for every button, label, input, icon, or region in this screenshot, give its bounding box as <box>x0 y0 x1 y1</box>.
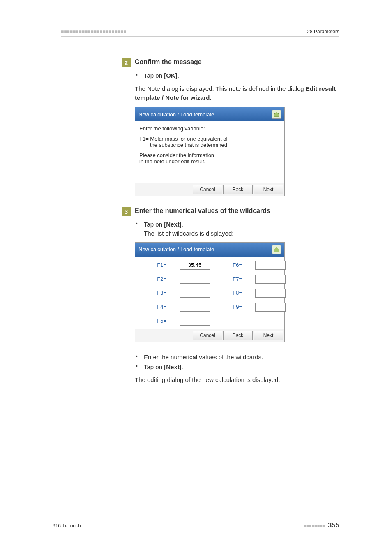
f3-input[interactable] <box>180 289 210 298</box>
home-icon <box>272 245 281 254</box>
home-icon <box>272 110 281 119</box>
dialog-wildcards-screenshot: New calculation / Load template F1= F6= … <box>135 242 285 342</box>
f3-label: F3= <box>146 290 168 296</box>
header-chapter: 28 Parameters <box>307 29 339 35</box>
f6-label: F6= <box>221 262 244 268</box>
f2-input[interactable] <box>180 275 210 284</box>
f5-input[interactable] <box>180 317 210 326</box>
step-2-bullet: Tap on [OK]. <box>135 71 339 80</box>
dialog-note-screenshot: New calculation / Load template Enter th… <box>135 107 285 196</box>
dialog-title-text: New calculation / Load template <box>138 111 214 118</box>
dlg-line2: F1= Molar mass for one equivalent of the… <box>139 136 280 148</box>
footer-page-number: 355 <box>328 521 339 530</box>
f2-label: F2= <box>146 276 168 282</box>
step-3-subline: The list of wildcards is displayed: <box>144 230 233 237</box>
step-2-paragraph: The Note dialog is displayed. This note … <box>135 84 339 102</box>
dialog-button-row: Cancel Back Next <box>135 183 284 196</box>
wildcard-grid: F1= F6= F2= F7= F3= F8= F4= F9= F5= <box>135 257 284 329</box>
f7-label: F7= <box>221 276 244 282</box>
step-2-number: 2 <box>122 58 131 67</box>
f4-label: F4= <box>146 304 168 310</box>
f9-label: F9= <box>221 304 244 310</box>
f8-label: F8= <box>221 290 244 296</box>
next-button[interactable]: Next <box>254 185 283 194</box>
step-2-header: 2 Confirm the message <box>122 58 339 67</box>
step-3-number: 3 <box>122 207 131 216</box>
page-footer: 916 Ti-Touch ■■■■■■■■ 355 <box>53 521 339 530</box>
step-3-header: 3 Enter the numerical values of the wild… <box>122 207 339 216</box>
page-header: ■■■■■■■■■■■■■■■■■■■■■■ 28 Parameters <box>61 29 339 37</box>
dialog-body: Enter the following variable: F1= Molar … <box>135 121 284 183</box>
f6-input[interactable] <box>255 261 286 270</box>
f1-label: F1= <box>146 262 168 268</box>
cancel-button[interactable]: Cancel <box>193 185 222 194</box>
f7-input[interactable] <box>255 275 286 284</box>
dialog2-button-row: Cancel Back Next <box>135 329 284 342</box>
post-paragraph: The editing dialog of the new calculatio… <box>135 375 339 384</box>
f1-input[interactable] <box>180 261 210 270</box>
next-button[interactable]: Next <box>254 331 283 340</box>
post-bullet-2: Tap on [Next]. <box>135 363 339 372</box>
f5-label: F5= <box>146 318 168 324</box>
f4-input[interactable] <box>180 303 210 312</box>
back-button[interactable]: Back <box>223 185 253 194</box>
header-marker-left: ■■■■■■■■■■■■■■■■■■■■■■ <box>61 29 126 35</box>
f8-input[interactable] <box>255 289 286 298</box>
step-3-title: Enter the numerical values of the wildca… <box>135 207 270 215</box>
dlg-line3: Please consider the information in the n… <box>139 152 280 164</box>
dialog-title-bar: New calculation / Load template <box>135 107 284 121</box>
dialog2-title-text: New calculation / Load template <box>138 246 214 252</box>
cancel-button[interactable]: Cancel <box>193 331 222 340</box>
step-3-bullet-1: Tap on [Next]. The list of wildcards is … <box>135 220 339 238</box>
footer-product: 916 Ti-Touch <box>53 523 81 529</box>
footer-marker: ■■■■■■■■ <box>303 523 325 528</box>
post-bullet-1: Enter the numerical values of the wildca… <box>135 353 339 362</box>
f9-input[interactable] <box>255 303 286 312</box>
dlg-line1: Enter the following variable: <box>139 125 280 132</box>
back-button[interactable]: Back <box>223 331 253 340</box>
dialog2-title-bar: New calculation / Load template <box>135 243 284 257</box>
step-2-title: Confirm the message <box>135 58 202 66</box>
